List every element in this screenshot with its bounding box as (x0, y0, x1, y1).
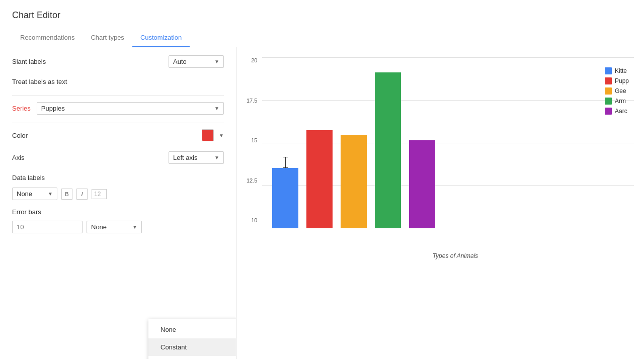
error-bar-icon (283, 157, 288, 168)
divider-1 (12, 96, 224, 96)
bar-group-3 (341, 135, 367, 228)
dropdown-item-percent[interactable]: Percent (148, 356, 236, 359)
legend-item-4: Arm (605, 98, 629, 105)
axis-row: Axis Left axis ▼ (12, 151, 224, 164)
y-label-10: 10 (251, 217, 257, 223)
error-bars-section: Error bars None ▼ (12, 208, 224, 233)
legend-color-4 (605, 98, 612, 105)
page-title: Chart Editor (12, 10, 632, 21)
dropdown-item-constant[interactable]: Constant (148, 338, 236, 356)
legend-item-5: Aarc (605, 108, 629, 115)
y-label-125: 12.5 (247, 177, 257, 184)
legend-item-2: Pupp (605, 77, 629, 84)
axis-label: Axis (12, 154, 169, 161)
error-bars-input[interactable] (12, 221, 83, 233)
series-label: Series (12, 105, 31, 112)
legend-color-2 (605, 77, 612, 84)
legend-item-3: Gee (605, 87, 629, 95)
bar-5 (409, 140, 435, 228)
data-labels-label: Data labels (12, 174, 224, 182)
axis-value: Left axis (173, 154, 197, 161)
bar-group-4 (375, 72, 401, 228)
chevron-down-icon: ▼ (132, 224, 137, 230)
chart-area: 20 17.5 15 12.5 10 (247, 57, 634, 349)
chevron-down-icon: ▼ (214, 155, 219, 160)
legend-label-3: Gee (615, 87, 626, 95)
chevron-down-icon: ▼ (48, 191, 53, 197)
tab-recommendations[interactable]: Recommendations (12, 29, 83, 47)
legend-item-1: Kitte (605, 67, 629, 74)
tab-chart-types[interactable]: Chart types (83, 29, 132, 47)
bold-button[interactable]: B (61, 189, 72, 200)
chart-container: 20 17.5 15 12.5 10 (247, 57, 634, 248)
chevron-down-icon: ▼ (214, 59, 219, 64)
slant-labels-select[interactable]: Auto ▼ (169, 55, 224, 68)
series-select[interactable]: Puppies ▼ (37, 102, 224, 115)
font-size-input[interactable]: 12 (92, 189, 107, 199)
y-label-175: 17.5 (247, 98, 257, 104)
italic-button[interactable]: I (76, 189, 88, 200)
chart-bars (262, 57, 634, 228)
color-swatch[interactable] (202, 129, 214, 141)
y-label-20: 20 (251, 57, 257, 63)
y-axis-labels: 20 17.5 15 12.5 10 (247, 57, 257, 228)
error-bars-select[interactable]: None ▼ (87, 221, 142, 233)
legend-color-5 (605, 108, 612, 115)
series-row: Series Puppies ▼ (12, 102, 224, 115)
bar-1 (272, 168, 298, 228)
legend-label-1: Kitte (615, 67, 627, 74)
series-value: Puppies (41, 105, 65, 112)
data-labels-row: Data labels (12, 174, 224, 182)
legend-label-4: Arm (615, 98, 626, 105)
data-labels-value: None (17, 190, 32, 198)
slant-labels-label: Slant labels (12, 58, 169, 65)
legend-label-5: Aarc (615, 108, 627, 115)
chevron-down-icon: ▼ (219, 133, 224, 138)
bar-group-2 (306, 130, 333, 228)
chart-legend: Kitte Pupp Gee Arm Aarc (605, 67, 629, 118)
legend-label-2: Pupp (615, 77, 629, 84)
color-row: Color ▼ (12, 129, 224, 141)
divider-2 (12, 123, 224, 123)
dropdown-menu: None Constant Percent (148, 319, 236, 359)
treat-labels-row: Treat labels as text (12, 78, 224, 85)
left-panel: Slant labels Auto ▼ Treat labels as text… (0, 47, 236, 359)
legend-color-3 (605, 87, 612, 95)
treat-labels-label: Treat labels as text (12, 78, 224, 85)
error-bars-inputs: None ▼ (12, 221, 224, 233)
bar-2 (306, 130, 333, 228)
x-axis-label: Types of Animals (277, 252, 634, 259)
legend-color-1 (605, 67, 612, 74)
bar-group-5 (409, 140, 435, 228)
tab-customization[interactable]: Customization (132, 29, 190, 47)
chevron-down-icon: ▼ (214, 106, 219, 111)
right-panel: 20 17.5 15 12.5 10 (236, 47, 644, 359)
error-bars-value: None (91, 223, 107, 231)
data-labels-select[interactable]: None ▼ (12, 188, 57, 200)
tab-bar: Recommendations Chart types Customizatio… (0, 29, 644, 47)
slant-labels-row: Slant labels Auto ▼ (12, 55, 224, 68)
axis-select[interactable]: Left axis ▼ (169, 151, 224, 164)
bar-group-1 (272, 168, 298, 228)
y-label-15: 15 (251, 137, 257, 143)
color-label: Color (12, 132, 202, 139)
dropdown-item-none[interactable]: None (148, 321, 236, 338)
slant-labels-value: Auto (173, 58, 187, 65)
bar-3 (341, 135, 367, 228)
error-bars-label: Error bars (12, 208, 224, 216)
bar-4 (375, 72, 401, 228)
